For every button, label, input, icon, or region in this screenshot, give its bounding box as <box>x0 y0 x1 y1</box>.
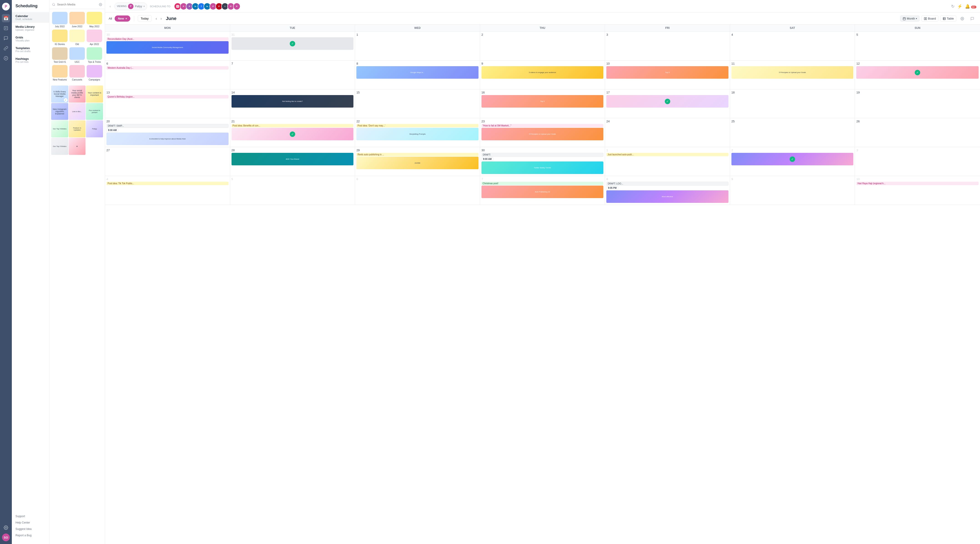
settings-icon[interactable] <box>99 3 102 6</box>
cal-cell-jun16[interactable]: 16 Top 5 <box>480 89 605 118</box>
cal-cell-jun5[interactable]: 5 <box>855 32 980 60</box>
sidebar-nav-analytics[interactable] <box>2 24 10 32</box>
cal-cell-jun7[interactable]: 7 <box>230 60 355 89</box>
media-thumb-1[interactable]: 5 Skills Every Social Media Manager ✓ <box>51 86 68 103</box>
cal-event[interactable]: Just launched auto-publ... <box>606 153 729 156</box>
app-logo[interactable]: P <box>2 3 10 11</box>
media-thumb-7[interactable]: Our Top 5 Brides <box>51 120 68 137</box>
cal-thumb[interactable]: Twitter Notely Trends <box>482 161 604 174</box>
cal-cell-jun14[interactable]: 14 Not feeling like to create? <box>230 89 355 118</box>
search-input[interactable] <box>57 3 97 6</box>
cal-cell-jul2[interactable]: 2 ✓ <box>730 147 855 176</box>
nav-item-calendar[interactable]: Calendar Draft, schedule <box>12 12 49 23</box>
cal-event[interactable]: Hari Raya Haji (regional h... <box>856 182 978 185</box>
cal-thumb[interactable]: ✓ <box>732 153 854 165</box>
media-thumb-11[interactable]: ★ <box>69 138 86 155</box>
cal-cell-jun17[interactable]: 17 ✓ <box>605 89 730 118</box>
cal-chat-button[interactable] <box>968 16 976 22</box>
cal-cell-jul6[interactable]: 6 <box>355 176 480 205</box>
today-button[interactable]: Today <box>138 15 152 22</box>
cal-cell-jun11[interactable]: 11 5 Principles to Upload your Goals <box>730 60 855 89</box>
cal-event[interactable]: Reconciliation Day (Aust... <box>107 37 229 41</box>
month-view-button[interactable]: Month ▾ <box>900 16 920 22</box>
cal-thumb[interactable]: Social Media Community Management <box>107 41 229 54</box>
user-avatar[interactable]: SO <box>2 533 10 541</box>
nav-item-grids[interactable]: Grids Visually plan <box>12 33 49 44</box>
cal-thumb[interactable]: Not feeling like to create? <box>232 95 354 108</box>
media-thumb-8[interactable]: Feature is Updated <box>69 120 86 137</box>
folder-old[interactable]: Old <box>69 30 85 46</box>
cal-thumb[interactable]: Top 5 <box>482 95 604 108</box>
cal-thumb[interactable]: Google Maps is... <box>356 66 479 79</box>
folder-july-2022[interactable]: July 2022 <box>52 12 68 28</box>
folder-ig-stories[interactable]: IG Stories <box>52 30 68 46</box>
cal-cell-jun13[interactable]: 13 Queen's Birthday (region... <box>105 89 230 118</box>
cal-event[interactable]: Post idea: 'Don't say may...' <box>356 124 479 127</box>
sidebar-nav-messages[interactable] <box>2 34 10 42</box>
cal-prev-button[interactable]: ‹ <box>154 16 158 22</box>
cal-cell-jun2[interactable]: 2 <box>480 32 605 60</box>
cal-cell-jun19[interactable]: 19 <box>855 89 980 118</box>
cal-cell-jun30[interactable]: 30 DRAFT: 9:00 AM Twitter Notely Trends <box>480 147 605 176</box>
sidebar-nav-calendar[interactable]: 📅 <box>2 14 10 22</box>
cal-cell-jul3[interactable]: 3 <box>855 147 980 176</box>
folder-carousels[interactable]: Carousels <box>69 65 85 81</box>
cal-thumb[interactable]: ✓ <box>606 95 729 108</box>
folder-new-features[interactable]: New Features <box>52 65 68 81</box>
cal-cell-jun4[interactable]: 4 <box>730 32 855 60</box>
report-bug-link[interactable]: Report a Bug <box>12 532 49 539</box>
cal-cell-jul4[interactable]: 4 Post idea: Tik Tok Publis... <box>105 176 230 205</box>
new-button[interactable]: New + <box>115 16 130 22</box>
cal-cell-jun27[interactable]: 27 <box>105 147 230 176</box>
folder-may-2022[interactable]: May 2022 <box>87 12 102 28</box>
media-thumb-3[interactable]: Your content is important <box>86 86 103 103</box>
cal-cell-jul5[interactable]: 5 <box>230 176 355 205</box>
cal-cell-jun28[interactable]: 28 ADD Your Brand <box>230 147 355 176</box>
cal-event[interactable]: Queen's Birthday (region... <box>107 95 229 99</box>
pallyy4-avatar[interactable]: P <box>233 3 240 10</box>
sidebar-nav-links[interactable] <box>2 44 10 52</box>
folder-apr-2022[interactable]: Apr 2022 <box>87 30 102 46</box>
media-thumb-10[interactable]: Our Top 5 Brides <box>51 138 68 155</box>
media-thumb-6[interactable]: Fox content is portant <box>86 103 103 120</box>
cal-cell-jul7[interactable]: 7 Christmas post! Auto Publishing 10 <box>480 176 605 205</box>
cal-cell-jun3[interactable]: 3 <box>605 32 730 60</box>
support-link[interactable]: Support <box>12 513 49 519</box>
cal-event-draft[interactable]: DRAFT: <box>482 153 604 157</box>
cal-cell-jun20[interactable]: 20 DRAFT: SWIP... 9:00 AM A checklist to… <box>105 118 230 147</box>
cal-cell-jul9[interactable]: 9 <box>730 176 855 205</box>
cal-cell-jun10[interactable]: 10 Top 5 <box>605 60 730 89</box>
cal-event[interactable]: Post idea: Tik Tok Publis... <box>107 182 229 185</box>
cal-cell-jun8[interactable]: 8 Google Maps is... <box>355 60 480 89</box>
cal-event[interactable]: "How to fail at SM Marketi..." <box>482 124 604 127</box>
cal-thumb[interactable]: Auto Publishing 10 <box>482 186 604 198</box>
cal-cell-jul8[interactable]: 8 DRAFT: LOO... 9:05 PM Most effective <box>605 176 730 205</box>
cal-thumb[interactable]: ADD Your Brand <box>232 153 354 165</box>
notification-icon[interactable]: 🔔 50+ <box>965 4 976 9</box>
nav-item-media-library[interactable]: Media Library Upload, organize <box>12 23 49 33</box>
cal-cell-jun6[interactable]: 6 Western Australia Day (... <box>105 60 230 89</box>
cal-next-button[interactable]: › <box>159 16 163 22</box>
suggest-idea-link[interactable]: Suggest Idea <box>12 526 49 532</box>
cal-cell-jun26[interactable]: 26 <box>855 118 980 147</box>
folder-june-2022[interactable]: June 2022 <box>69 12 85 28</box>
cal-thumb[interactable]: Jumble <box>356 157 479 169</box>
nav-item-hashtags[interactable]: Hashtags Pre-set lists <box>12 55 49 65</box>
cal-thumb[interactable]: ✓ <box>856 66 978 79</box>
cal-thumb[interactable]: Storytelling Prompts <box>356 128 479 140</box>
cal-cell-jun29[interactable]: 29 Reels auto publishing is ... Jumble <box>355 147 480 176</box>
nav-item-templates[interactable]: Templates Pre-set drafts <box>12 44 49 55</box>
media-thumb-5[interactable]: Link in Bio... <box>69 103 86 120</box>
cal-settings-button[interactable] <box>958 16 966 22</box>
all-filter[interactable]: All <box>109 17 112 20</box>
viewing-badge[interactable]: VIEWING P Pallyy ▾ <box>115 3 147 10</box>
cal-cell-may30[interactable]: 30 Reconciliation Day (Aust... Social Me… <box>105 32 230 60</box>
cal-cell-jun18[interactable]: 18 <box>730 89 855 118</box>
cal-thumb[interactable]: A checklist to help improve about Media … <box>107 133 229 145</box>
cal-cell-jul10[interactable]: 10 Hari Raya Haji (regional h... <box>855 176 980 205</box>
folder-test-grid[interactable]: Test Grid #1 <box>52 47 68 63</box>
cal-cell-may31[interactable]: 31 ✓ <box>230 32 355 60</box>
cal-event[interactable]: Reels auto publishing is ... <box>356 153 479 156</box>
cal-cell-jun1[interactable]: 1 <box>355 32 480 60</box>
cal-cell-jun22[interactable]: 22 Post idea: 'Don't say may...' Storyte… <box>355 118 480 147</box>
